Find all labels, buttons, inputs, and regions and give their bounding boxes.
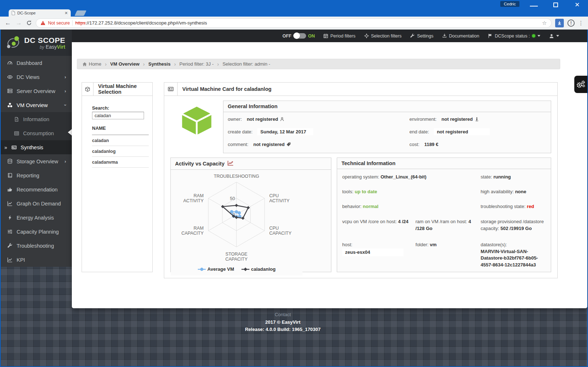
search-input[interactable] <box>92 112 144 119</box>
vm-list-item[interactable]: caladan <box>92 135 149 146</box>
toggle-track[interactable] <box>293 33 306 39</box>
chevron-right-icon: › <box>65 88 66 94</box>
tag-icon[interactable] <box>286 142 291 147</box>
sidebar-item-information[interactable]: Information <box>1 112 72 126</box>
not-secure-label[interactable]: Not secure <box>48 21 70 26</box>
back-button[interactable]: ← <box>4 19 12 27</box>
on-label: ON <box>308 34 315 39</box>
user-menu[interactable] <box>549 34 559 39</box>
bookmark-star-icon[interactable]: ☆ <box>542 20 547 26</box>
info-icon[interactable]: ! <box>567 19 575 27</box>
technical-information-header: Technical Information <box>337 158 551 169</box>
tools-field: tools: up to date <box>342 189 481 194</box>
browser-menu-icon[interactable]: ⋮ <box>578 20 584 26</box>
end-date-input[interactable]: not registered <box>434 128 490 135</box>
logo-brand-easy: Easy <box>45 44 57 50</box>
svg-text:STORAGE: STORAGE <box>226 252 248 257</box>
url-separator <box>72 20 73 26</box>
sidebar-item-storage-overview[interactable]: Storage Overview› <box>1 154 72 168</box>
sidebar-item-energy-analysis[interactable]: Energy Analysis <box>1 211 72 225</box>
browser-tab[interactable]: DC-Scope ✕ <box>9 9 71 17</box>
breadcrumb-selection-filter[interactable]: Selection filter: admin - <box>222 61 270 67</box>
chart-line-icon <box>7 201 13 206</box>
legend-caladanlog[interactable]: caladanlog <box>241 266 276 272</box>
sidebar-item-troubleshooting[interactable]: Troubleshooting <box>1 239 72 253</box>
sidebar-item-dashboard[interactable]: Dashboard <box>1 56 72 70</box>
storage-field: storage provisioned /datastore capacity:… <box>481 218 546 232</box>
thumbs-up-icon <box>7 187 13 192</box>
selection-filters-button[interactable]: Selection filters <box>364 34 402 39</box>
breadcrumb-home-link[interactable]: Home <box>82 61 101 67</box>
browser-tabstrip: DC-Scope ✕ <box>0 9 588 17</box>
cubes-icon <box>7 102 13 108</box>
tab-close-icon[interactable]: ✕ <box>65 11 68 16</box>
chevron-down-icon: › <box>62 104 68 106</box>
table-icon <box>14 131 19 136</box>
owner-field: owner: not registered <box>228 116 409 122</box>
period-filters-button[interactable]: Period filters <box>323 34 355 39</box>
sidebar-item-server-overview[interactable]: Server Overview› <box>1 84 72 98</box>
svg-text:CPU: CPU <box>269 226 279 231</box>
chart-line-red-icon[interactable] <box>227 160 234 167</box>
vm-cube-icon <box>170 101 223 153</box>
vm-list: caladan caladanlog caladanvma <box>92 134 149 168</box>
dcscope-status[interactable]: DCScope status : <box>488 34 540 39</box>
off-on-toggle[interactable]: OFF ON <box>282 33 315 39</box>
person-icon[interactable] <box>280 117 284 121</box>
breadcrumb-period-filter[interactable]: Period filter: 3J - <box>179 61 214 67</box>
chevron-down-icon <box>537 35 540 37</box>
download-extension-icon[interactable] <box>555 19 564 27</box>
svg-text:CAPACITY: CAPACITY <box>269 231 292 236</box>
url-bar[interactable]: Not secure https://172.27.252.8/dcscope/… <box>36 18 552 28</box>
activity-vs-capacity-title: Activity vs Capacity <box>175 161 225 167</box>
host-input[interactable]: zeus-esx04 <box>342 248 404 257</box>
wrench-icon <box>410 34 415 38</box>
legend-average-vm[interactable]: Average VM <box>198 266 234 272</box>
contact-link[interactable]: Contact <box>275 312 291 317</box>
app-footer: Contact 2017 © EasyVirt Release: 4.0.0 B… <box>1 311 587 333</box>
documentation-button[interactable]: Documentation <box>442 34 479 39</box>
breadcrumb-vm-overview[interactable]: VM Overview <box>110 61 139 67</box>
chevron-down-icon <box>556 35 559 37</box>
chart-legend: Average VM caladanlog <box>171 266 302 275</box>
logo-title: DC SCOPE <box>24 36 65 45</box>
svg-text:ACTIVITY: ACTIVITY <box>269 198 290 203</box>
street-view-icon[interactable] <box>475 117 479 121</box>
vm-list-item[interactable]: caladanlog <box>92 146 149 157</box>
legend-diamond-marker <box>241 267 249 271</box>
browser-profile-chip[interactable]: Cedric <box>500 1 519 7</box>
cube-outline-icon <box>82 83 93 96</box>
sidebar-item-kpi[interactable]: KPI <box>1 253 72 267</box>
sidebar-item-reporting[interactable]: Reporting <box>1 168 72 182</box>
main-content: Home › VM Overview › Synthesis › Period … <box>72 42 587 308</box>
new-tab-button[interactable] <box>75 10 87 16</box>
app-logo[interactable]: DC SCOPE by EasyVirt <box>1 30 72 56</box>
sidebar-item-vm-overview[interactable]: VM Overview› <box>1 98 72 112</box>
svg-text:RAM: RAM <box>193 226 204 231</box>
window-maximize-button[interactable] <box>545 0 566 9</box>
reload-button[interactable] <box>26 20 32 26</box>
home-icon <box>82 62 87 66</box>
book-icon <box>7 173 13 178</box>
window-minimize-button[interactable] <box>523 0 545 9</box>
environment-field: environment: not registered <box>409 116 546 122</box>
window-close-button[interactable]: ✕ <box>566 0 588 9</box>
breadcrumb-synthesis[interactable]: Synthesis <box>148 61 170 67</box>
url-text[interactable]: https://172.27.252.8/dcscope/client/dcsc… <box>75 20 207 26</box>
vm-list-item[interactable]: caladanvma <box>92 157 149 168</box>
sidebar-item-synthesis[interactable]: » Synthesis <box>1 140 72 154</box>
forward-button[interactable]: → <box>15 19 22 27</box>
sidebar-item-graph-on-demand[interactable]: Graph On Demand <box>1 196 72 211</box>
create-date-input[interactable]: Sunday, 12 Mar 2017 <box>257 128 313 135</box>
settings-button[interactable]: Settings <box>410 34 433 39</box>
sidebar-item-dc-views[interactable]: DC Views› <box>1 70 72 84</box>
floating-settings-tab[interactable] <box>574 76 587 93</box>
sidebar-item-recommendation[interactable]: Recommendation <box>1 182 72 196</box>
sidebar-item-capacity-planning[interactable]: Capacity Planning <box>1 225 72 239</box>
id-card-icon <box>164 83 178 96</box>
maximize-icon <box>553 3 558 7</box>
dashboard-icon <box>7 60 13 66</box>
sidebar-item-consumption[interactable]: Consumption <box>1 126 72 140</box>
end-date-field: end date: not registered <box>409 128 546 135</box>
name-column-header[interactable]: NAME <box>92 125 144 131</box>
